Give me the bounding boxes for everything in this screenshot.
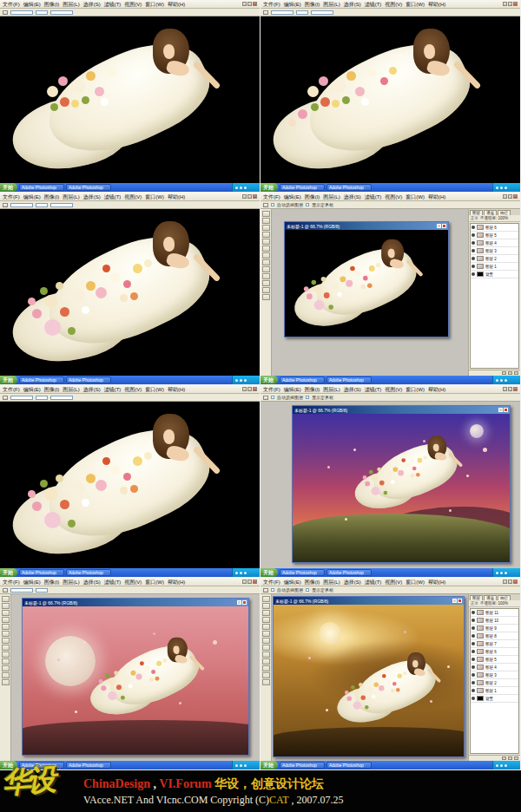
menu-item[interactable]: 帮助(H) (168, 580, 185, 585)
blend-mode-select[interactable]: 正常 (471, 216, 478, 220)
tool-button[interactable] (2, 596, 10, 602)
taskbar-button[interactable]: Adobe Photoshop (326, 184, 372, 191)
menu-item[interactable]: 编辑(E) (284, 387, 301, 392)
taskbar-button[interactable]: Adobe Photoshop (66, 569, 111, 576)
maximize-icon[interactable] (247, 2, 252, 6)
layer-row[interactable]: 背景 (471, 271, 518, 278)
close-icon[interactable] (253, 387, 257, 391)
system-tray[interactable] (232, 183, 260, 192)
menu-item[interactable]: 视图(V) (124, 2, 142, 7)
new-layer-icon[interactable] (502, 371, 506, 375)
menu-item[interactable]: 滤镜(T) (365, 580, 382, 585)
close-icon[interactable] (253, 194, 257, 199)
minimize-icon[interactable] (242, 387, 247, 391)
menu-item[interactable]: 图像(I) (44, 194, 60, 200)
tool-button[interactable] (262, 679, 270, 685)
taskbar-button[interactable]: Adobe Photoshop (280, 762, 325, 769)
menu-item[interactable]: 视图(V) (124, 194, 142, 200)
menu-item[interactable]: 帮助(H) (428, 387, 445, 392)
close-icon[interactable] (458, 599, 462, 603)
layer-row[interactable]: 图层 11 (471, 609, 518, 617)
tool-button[interactable] (262, 259, 270, 265)
menu-item[interactable]: 帮助(H) (428, 194, 445, 200)
image-canvas[interactable] (274, 605, 464, 756)
start-button[interactable]: 开始 (260, 761, 278, 769)
tool-preset-icon[interactable] (3, 10, 8, 15)
tool-preset-icon[interactable] (263, 203, 268, 207)
menu-item[interactable]: 文件(F) (3, 387, 20, 392)
start-button[interactable]: 开始 (260, 183, 278, 192)
menu-item[interactable]: 编辑(E) (23, 2, 41, 7)
system-tray[interactable] (492, 376, 520, 384)
menu-item[interactable]: 帮助(H) (428, 580, 445, 585)
menu-item[interactable]: 滤镜(T) (365, 387, 382, 392)
image-canvas[interactable] (285, 230, 448, 337)
menu-item[interactable]: 窗口(W) (406, 2, 425, 7)
layer-visibility-icon[interactable] (472, 697, 475, 700)
opacity-field[interactable]: 不透明度: 100% (480, 216, 508, 220)
menu-item[interactable]: 选择(S) (344, 2, 361, 7)
blend-mode-select[interactable]: 正常 (471, 601, 478, 606)
system-tray[interactable] (492, 761, 520, 769)
menu-item[interactable]: 帮助(H) (168, 2, 185, 7)
close-icon[interactable] (513, 2, 518, 6)
new-layer-icon[interactable] (502, 756, 506, 760)
image-window-titlebar[interactable]: 未标题-1 @ 66.7% (RGB/8) (285, 222, 448, 230)
layer-row[interactable]: 背景 (471, 695, 518, 703)
image-canvas[interactable] (23, 606, 248, 755)
layer-visibility-icon[interactable] (472, 257, 475, 260)
tool-button[interactable] (262, 617, 270, 623)
tool-button[interactable] (2, 610, 10, 616)
image-canvas[interactable] (293, 414, 510, 562)
menu-item[interactable]: 文件(F) (3, 194, 20, 200)
tool-button[interactable] (262, 610, 270, 616)
layer-visibility-icon[interactable] (472, 673, 475, 677)
menu-item[interactable]: 选择(S) (83, 387, 101, 392)
options-field[interactable] (50, 396, 73, 400)
taskbar-button[interactable]: Adobe Photoshop (66, 377, 111, 383)
menu-item[interactable]: 编辑(E) (23, 194, 41, 200)
close-icon[interactable] (513, 387, 518, 391)
tool-button[interactable] (2, 679, 10, 685)
tool-button[interactable] (262, 232, 270, 238)
canvas[interactable] (260, 16, 520, 183)
minimize-icon[interactable] (242, 194, 247, 199)
layer-row[interactable]: 图层 1 (471, 687, 518, 695)
tool-button[interactable] (262, 638, 270, 644)
system-tray[interactable] (232, 761, 260, 769)
tool-button[interactable] (262, 672, 270, 678)
layer-row[interactable]: 图层 2 (471, 679, 518, 687)
workspace[interactable]: 未标题-1 @ 66.7% (RGB/8) (11, 594, 260, 761)
options-field[interactable] (10, 396, 33, 400)
tool-button[interactable] (262, 287, 270, 293)
tool-button[interactable] (2, 672, 10, 678)
menu-item[interactable]: 选择(S) (344, 580, 361, 585)
close-icon[interactable] (253, 2, 257, 6)
menu-item[interactable]: 滤镜(T) (104, 2, 122, 7)
tool-button[interactable] (262, 225, 270, 231)
layer-visibility-icon[interactable] (472, 626, 475, 630)
layer-visibility-icon[interactable] (472, 650, 475, 653)
menu-item[interactable]: 滤镜(T) (104, 580, 122, 585)
taskbar-button[interactable]: Adobe Photoshop (19, 184, 64, 191)
menu-item[interactable]: 图层(L) (63, 580, 79, 585)
menu-item[interactable]: 文件(F) (3, 2, 20, 7)
layer-visibility-icon[interactable] (472, 249, 475, 252)
layer-row[interactable]: 图层 3 (471, 247, 518, 255)
menu-item[interactable]: 编辑(E) (284, 580, 301, 585)
workspace[interactable]: 未标题-1 @ 66.7% (RGB/8) (272, 209, 468, 376)
taskbar-button[interactable]: Adobe Photoshop (19, 377, 64, 383)
workspace[interactable]: 未标题-1 @ 66.7% (RGB/8) (272, 594, 468, 761)
tool-button[interactable] (262, 596, 270, 602)
menu-item[interactable]: 图像(I) (305, 2, 320, 7)
minimize-icon[interactable] (503, 194, 507, 199)
tool-preset-icon[interactable] (3, 588, 8, 593)
canvas[interactable] (0, 402, 260, 568)
tool-button[interactable] (262, 280, 270, 286)
options-field[interactable] (36, 588, 48, 593)
options-field[interactable] (50, 10, 73, 15)
layer-row[interactable]: 图层 7 (471, 640, 518, 648)
menu-item[interactable]: 窗口(W) (145, 580, 164, 585)
layer-visibility-icon[interactable] (472, 226, 475, 229)
canvas[interactable] (0, 209, 260, 376)
